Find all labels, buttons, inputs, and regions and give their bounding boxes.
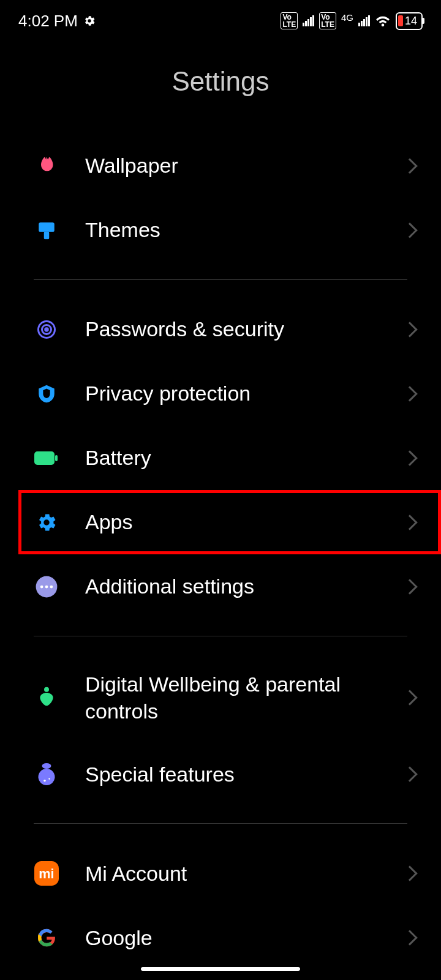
settings-item-label: Digital Wellbeing & parental controls — [85, 671, 404, 725]
shield-icon — [34, 381, 59, 407]
chevron-right-icon — [402, 930, 417, 945]
divider — [34, 823, 407, 824]
settings-item-wellbeing[interactable]: Digital Wellbeing & parental controls — [0, 654, 441, 742]
settings-item-battery[interactable]: Battery — [0, 426, 441, 490]
status-left: 4:02 PM — [18, 12, 96, 31]
chevron-right-icon — [402, 865, 417, 881]
chevron-right-icon — [402, 514, 417, 530]
svg-rect-0 — [39, 222, 55, 232]
chevron-right-icon — [402, 690, 417, 705]
chevron-right-icon — [402, 222, 417, 238]
settings-item-label: Wallpaper — [85, 152, 404, 179]
settings-item-label: Privacy protection — [85, 380, 404, 407]
settings-item-special[interactable]: Special features — [0, 742, 441, 806]
gear-icon — [83, 14, 96, 28]
divider — [34, 636, 407, 636]
settings-item-label: Apps — [85, 508, 404, 535]
settings-item-wallpaper[interactable]: Wallpaper — [0, 134, 441, 198]
svg-text:mi: mi — [39, 866, 54, 881]
status-time: 4:02 PM — [18, 12, 78, 31]
apps-icon — [34, 510, 59, 535]
battery-icon: 14 — [396, 12, 423, 30]
signal-icon — [303, 15, 314, 26]
svg-point-13 — [42, 763, 51, 769]
svg-point-12 — [44, 687, 49, 692]
svg-point-4 — [45, 328, 48, 331]
settings-item-apps[interactable]: Apps — [18, 490, 441, 554]
settings-item-privacy[interactable]: Privacy protection — [0, 361, 441, 426]
svg-point-16 — [48, 778, 50, 779]
special-icon — [34, 761, 59, 787]
more-icon — [34, 574, 59, 600]
svg-rect-1 — [44, 232, 50, 238]
page-title: Settings — [0, 42, 441, 134]
themes-icon — [34, 217, 59, 243]
chevron-right-icon — [402, 766, 417, 782]
settings-item-label: Google — [85, 924, 404, 951]
svg-point-15 — [43, 780, 46, 782]
wallpaper-icon — [34, 153, 59, 179]
network-type: 4G — [341, 12, 353, 23]
volte-icon: VoLTE — [319, 12, 336, 29]
mi-icon: mi — [34, 861, 59, 886]
svg-rect-6 — [55, 455, 58, 461]
svg-point-10 — [45, 585, 48, 588]
settings-item-additional[interactable]: Additional settings — [0, 554, 441, 619]
settings-item-label: Mi Account — [85, 860, 404, 887]
settings-item-label: Passwords & security — [85, 315, 404, 342]
status-right: VoLTE VoLTE 4G 14 — [281, 12, 423, 30]
svg-point-11 — [50, 585, 53, 588]
settings-item-label: Additional settings — [85, 573, 404, 600]
settings-list: Wallpaper Themes Passwords & security Pr… — [0, 134, 441, 970]
settings-item-themes[interactable]: Themes — [0, 198, 441, 262]
signal-icon — [358, 15, 370, 26]
nav-indicator[interactable] — [141, 967, 300, 971]
wifi-icon — [375, 14, 391, 28]
google-icon — [34, 925, 59, 951]
volte-icon: VoLTE — [281, 12, 298, 29]
svg-rect-5 — [34, 451, 55, 465]
svg-point-9 — [40, 585, 43, 588]
fingerprint-icon — [34, 317, 59, 342]
chevron-right-icon — [402, 158, 417, 173]
svg-point-7 — [43, 519, 50, 526]
status-bar: 4:02 PM VoLTE VoLTE 4G 14 — [0, 0, 441, 42]
chevron-right-icon — [402, 579, 417, 594]
settings-item-label: Themes — [85, 216, 404, 243]
chevron-right-icon — [402, 386, 417, 401]
settings-item-miaccount[interactable]: mi Mi Account — [0, 841, 441, 905]
settings-item-label: Special features — [85, 761, 404, 788]
wellbeing-icon — [34, 685, 59, 710]
divider — [34, 279, 407, 280]
settings-item-label: Battery — [85, 444, 404, 471]
battery-icon — [34, 445, 59, 471]
chevron-right-icon — [402, 322, 417, 337]
settings-item-google[interactable]: Google — [0, 905, 441, 970]
chevron-right-icon — [402, 450, 417, 466]
settings-item-passwords[interactable]: Passwords & security — [0, 297, 441, 361]
svg-point-14 — [39, 769, 55, 785]
